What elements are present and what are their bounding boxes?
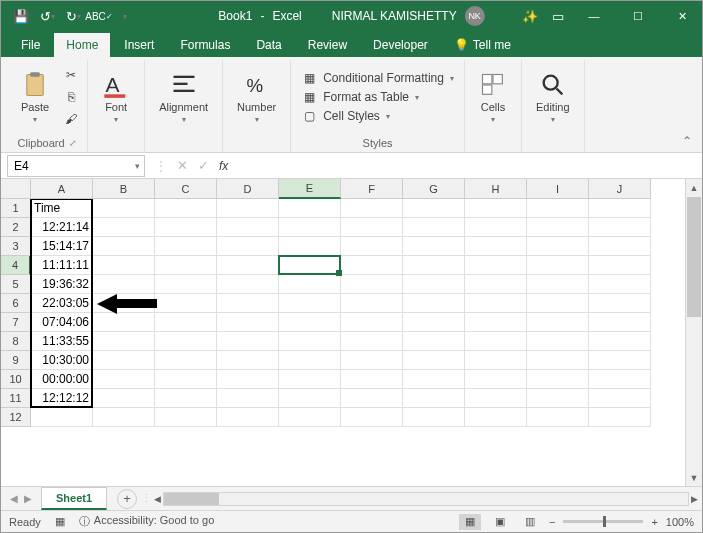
tab-home[interactable]: Home xyxy=(54,33,110,57)
row-header[interactable]: 9 xyxy=(1,351,31,370)
cell[interactable] xyxy=(527,237,589,256)
editing-button[interactable]: Editing▾ xyxy=(528,67,578,128)
accessibility-status[interactable]: ⓘAccessibility: Good to go xyxy=(79,514,214,529)
magic-icon[interactable]: ✨ xyxy=(518,4,542,28)
cell[interactable] xyxy=(217,332,279,351)
cell[interactable] xyxy=(589,256,651,275)
clipboard-launcher-icon[interactable]: ⤢ xyxy=(69,138,77,148)
cell[interactable] xyxy=(279,218,341,237)
cell[interactable] xyxy=(527,275,589,294)
zoom-in-button[interactable]: + xyxy=(651,516,657,528)
cell[interactable] xyxy=(403,256,465,275)
col-header[interactable]: A xyxy=(31,179,93,199)
name-box[interactable]: E4 xyxy=(7,155,145,177)
cell[interactable] xyxy=(93,332,155,351)
cell[interactable] xyxy=(341,256,403,275)
save-icon[interactable]: 💾 xyxy=(9,4,33,28)
col-header[interactable]: H xyxy=(465,179,527,199)
page-break-view-icon[interactable]: ▥ xyxy=(519,514,541,530)
horizontal-scrollbar[interactable] xyxy=(163,492,689,506)
cell[interactable] xyxy=(93,351,155,370)
cell[interactable] xyxy=(465,237,527,256)
tab-formulas[interactable]: Formulas xyxy=(168,33,242,57)
row-header[interactable]: 4 xyxy=(1,256,31,275)
cell[interactable] xyxy=(279,332,341,351)
close-button[interactable]: ✕ xyxy=(662,1,702,31)
cell[interactable] xyxy=(403,237,465,256)
cell[interactable] xyxy=(217,199,279,218)
cell[interactable] xyxy=(341,408,403,427)
cell[interactable] xyxy=(403,294,465,313)
cell[interactable] xyxy=(217,408,279,427)
cell[interactable] xyxy=(527,313,589,332)
cell[interactable] xyxy=(341,389,403,408)
cell[interactable]: 07:04:06 xyxy=(31,313,93,332)
cell[interactable] xyxy=(217,370,279,389)
number-button[interactable]: % Number▾ xyxy=(229,67,284,128)
select-all-corner[interactable] xyxy=(1,179,31,199)
cell[interactable] xyxy=(155,218,217,237)
cell[interactable] xyxy=(589,408,651,427)
cell[interactable] xyxy=(589,237,651,256)
row-header[interactable]: 6 xyxy=(1,294,31,313)
cell[interactable] xyxy=(465,332,527,351)
cell[interactable] xyxy=(155,408,217,427)
cell[interactable] xyxy=(403,389,465,408)
ribbon-display-icon[interactable]: ▭ xyxy=(546,4,570,28)
cell[interactable] xyxy=(279,256,341,275)
cell-styles-button[interactable]: ▢Cell Styles▾ xyxy=(297,107,458,125)
cell[interactable] xyxy=(589,294,651,313)
cell[interactable] xyxy=(403,313,465,332)
cell[interactable] xyxy=(589,313,651,332)
cell[interactable] xyxy=(93,237,155,256)
cell[interactable] xyxy=(403,275,465,294)
cell[interactable] xyxy=(217,351,279,370)
cell[interactable]: 00:00:00 xyxy=(31,370,93,389)
cell[interactable] xyxy=(465,294,527,313)
zoom-out-button[interactable]: − xyxy=(549,516,555,528)
cell[interactable] xyxy=(403,199,465,218)
cell[interactable] xyxy=(589,275,651,294)
cell[interactable] xyxy=(217,294,279,313)
enter-formula-icon[interactable]: ✓ xyxy=(198,158,209,173)
cut-icon[interactable]: ✂ xyxy=(61,66,81,84)
qat-more-icon[interactable]: ▾ xyxy=(113,4,137,28)
minimize-button[interactable]: — xyxy=(574,1,614,31)
conditional-formatting-button[interactable]: ▦Conditional Formatting▾ xyxy=(297,69,458,87)
cell[interactable] xyxy=(403,351,465,370)
row-header[interactable]: 2 xyxy=(1,218,31,237)
cell[interactable]: 22:03:05 xyxy=(31,294,93,313)
cell[interactable] xyxy=(155,332,217,351)
formula-bar[interactable] xyxy=(238,156,702,176)
tab-tellme[interactable]: 💡Tell me xyxy=(442,33,523,57)
cell[interactable] xyxy=(527,389,589,408)
cell[interactable] xyxy=(279,294,341,313)
redo-icon[interactable]: ↻▾ xyxy=(61,4,85,28)
cells-button[interactable]: Cells▾ xyxy=(471,67,515,128)
tab-file[interactable]: File xyxy=(9,33,52,57)
cell[interactable] xyxy=(403,408,465,427)
cell[interactable] xyxy=(527,199,589,218)
format-painter-icon[interactable]: 🖌 xyxy=(61,110,81,128)
cell[interactable] xyxy=(403,218,465,237)
cell[interactable] xyxy=(93,408,155,427)
col-header[interactable]: I xyxy=(527,179,589,199)
cell[interactable] xyxy=(465,370,527,389)
cell[interactable] xyxy=(279,313,341,332)
next-sheet-icon[interactable]: ▶ xyxy=(24,493,32,504)
cell[interactable] xyxy=(465,313,527,332)
cell[interactable] xyxy=(403,332,465,351)
row-header[interactable]: 3 xyxy=(1,237,31,256)
cell[interactable] xyxy=(155,370,217,389)
scroll-right-icon[interactable]: ▶ xyxy=(691,494,698,504)
cell[interactable] xyxy=(279,370,341,389)
cell[interactable]: 15:14:17 xyxy=(31,237,93,256)
cell[interactable]: 10:30:00 xyxy=(31,351,93,370)
cell[interactable] xyxy=(155,256,217,275)
normal-view-icon[interactable]: ▦ xyxy=(459,514,481,530)
row-header[interactable]: 12 xyxy=(1,408,31,427)
cell[interactable] xyxy=(341,370,403,389)
cell[interactable] xyxy=(341,275,403,294)
cell[interactable] xyxy=(589,351,651,370)
row-header[interactable]: 10 xyxy=(1,370,31,389)
